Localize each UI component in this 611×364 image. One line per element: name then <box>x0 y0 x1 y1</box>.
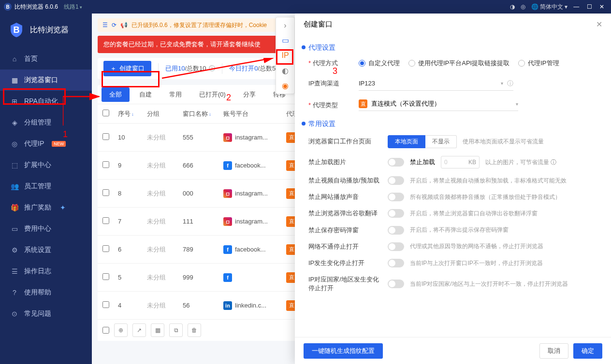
sparkle-icon: ✦ <box>60 204 66 211</box>
row-checkbox[interactable] <box>102 133 109 140</box>
row-checkbox[interactable] <box>102 273 109 280</box>
create-window-button[interactable]: ＋ 创建窗口 <box>103 61 151 76</box>
tab-0[interactable]: 全部 <box>102 87 130 102</box>
help-icon[interactable]: ⓘ <box>507 79 513 88</box>
pin-icon: ◎ <box>11 140 18 148</box>
toggle-icon[interactable]: ◑ <box>510 3 515 10</box>
group-action-icon[interactable]: ▦ <box>151 323 164 337</box>
sidebar-item-4[interactable]: ◎代理IPNEW <box>0 133 92 154</box>
tab-1[interactable]: 自建 <box>131 87 160 102</box>
sort-arrow-icon[interactable]: ↓ <box>209 112 211 117</box>
chevron-right-icon[interactable]: › <box>279 20 291 30</box>
headset-icon[interactable]: ◎ <box>521 3 525 10</box>
card-icon: ▭ <box>11 225 18 233</box>
sidebar-item-9[interactable]: ⚙系统设置 <box>0 239 92 261</box>
toggle[interactable] <box>388 280 404 288</box>
section-common-title: 常用设置 <box>308 120 602 128</box>
row-checkbox[interactable] <box>102 301 109 308</box>
proxy-radio-2[interactable]: 代理IP管理 <box>518 59 559 68</box>
toggle[interactable] <box>388 259 404 267</box>
menu-icon[interactable]: ☰ <box>102 22 108 28</box>
window-quick-icon[interactable]: ▭ <box>279 35 291 45</box>
tab-2[interactable]: 常用 <box>161 87 189 102</box>
brand-text: 比特浏览器 <box>30 25 69 35</box>
faq-icon: ⊙ <box>11 310 18 318</box>
toggle[interactable] <box>388 209 404 218</box>
ip-channel-select[interactable]: IP123 ▾ ⓘ <box>359 76 513 91</box>
sidebar-item-0[interactable]: ⌂首页 <box>0 48 92 70</box>
toggle-quick-icon[interactable]: ◐ <box>279 66 291 76</box>
sidebar-item-11[interactable]: ?使用帮助 <box>0 282 92 303</box>
direct-icon: 直 <box>359 99 367 108</box>
list-icon: ☰ <box>11 267 18 275</box>
line-selector[interactable]: 线路1 <box>64 3 82 11</box>
ig-icon: ◘ <box>223 189 232 198</box>
setting-row-7: IP发生变化停止打开 当前IP与上次打开窗口IP不一致时，停止打开浏览器 <box>308 259 602 267</box>
tab-4[interactable]: 分享 <box>235 87 263 102</box>
sidebar-item-8[interactable]: ▭费用中心 <box>0 218 92 239</box>
proxy-type-select[interactable]: 直 直连模式（不设置代理） ▾ <box>359 99 518 111</box>
sidebar-item-6[interactable]: 👥员工管理 <box>0 176 92 197</box>
refresh-icon[interactable]: ⟳ <box>112 22 116 28</box>
toggle[interactable] <box>388 242 404 251</box>
setting-row-5: 禁止保存密码弹窗 开启后，将不再弹出提示保存密码弹窗 <box>308 226 602 235</box>
copy-action-icon[interactable]: ⧉ <box>169 323 183 337</box>
setting-row-3: 禁止网站播放声音 所有视频或音频都将静音播放（正常播放但处于静音模式） <box>308 193 602 201</box>
li-icon: in <box>223 301 232 310</box>
row-checkbox[interactable] <box>102 245 109 252</box>
fingerprint-icon[interactable]: ◉ <box>279 81 291 91</box>
random-fingerprint-button[interactable]: 一键随机生成指纹配置 <box>304 343 383 359</box>
delete-action-icon[interactable]: 🗑 <box>188 323 201 337</box>
row-checkbox[interactable] <box>102 189 109 196</box>
create-window-drawer: 创建窗口 ✕ 代理设置 *代理方式 自定义代理使用代理IP平台API提取链接提取… <box>295 14 611 364</box>
sidebar-item-7[interactable]: 🎁推广奖励✦ <box>0 197 92 218</box>
drawer-header: 创建窗口 ✕ <box>295 14 611 35</box>
fb-icon: f <box>223 273 232 282</box>
section-proxy-title: 代理设置 <box>308 43 602 52</box>
toggle[interactable] <box>388 226 404 235</box>
toggle[interactable] <box>388 193 404 201</box>
info-icon[interactable]: ⓘ <box>551 159 556 166</box>
toggle[interactable] <box>388 158 404 167</box>
globe-icon[interactable]: 🌐 简体中文 ▾ <box>531 3 568 11</box>
ig-icon: ◘ <box>223 217 232 226</box>
row-checkbox[interactable] <box>102 161 109 168</box>
cancel-button[interactable]: 取消 <box>539 343 568 359</box>
ip-quick-icon[interactable]: IP <box>279 50 291 60</box>
robot-icon: ⊞ <box>11 98 18 105</box>
sidebar-item-10[interactable]: ☰操作日志 <box>0 261 92 282</box>
sidebar-item-1[interactable]: ▦浏览器窗口 <box>0 70 92 91</box>
toggle[interactable] <box>388 176 404 185</box>
export-action-icon[interactable]: ↗ <box>132 323 146 337</box>
radio-icon <box>359 60 365 67</box>
setting-row-2: 禁止视频自动播放/预加载 开启后，将禁止视频自动播放和预加载，非标准格式可能无效 <box>308 176 602 185</box>
gear-icon: ⚙ <box>11 246 18 254</box>
sidebar-item-12[interactable]: ⊙常见问题 <box>0 303 92 324</box>
row-checkbox[interactable] <box>102 217 109 224</box>
app-logo-icon: B <box>4 3 12 11</box>
close-icon[interactable]: ✕ <box>596 20 602 29</box>
browser-action-icon[interactable]: ⊕ <box>114 323 128 337</box>
maximize-button[interactable]: ☐ <box>587 3 592 10</box>
titlebar: B 比特浏览器 6.0.6 线路1 ◑ ◎ 🌐 简体中文 ▾ — ☐ ✕ <box>0 0 611 14</box>
proxy-radio-1[interactable]: 使用代理IP平台API提取链接提取 <box>408 59 509 68</box>
sidebar-item-3[interactable]: ◈分组管理 <box>0 112 92 133</box>
sort-arrow-icon[interactable]: ↓ <box>131 112 134 117</box>
minimize-button[interactable]: — <box>573 3 579 10</box>
close-button[interactable]: ✕ <box>599 3 604 10</box>
kb-input[interactable]: 0KB <box>441 156 480 168</box>
setting-row-8: IP对应国家/地区发生变化停止打开 当前IP对应国家/地区与上一次打开时不一致，… <box>308 275 602 293</box>
info-icon[interactable]: ⓘ <box>209 65 215 72</box>
proxy-radio-0[interactable]: 自定义代理 <box>359 59 400 68</box>
sidebar-item-2[interactable]: ⊞RPA自动化 <box>0 91 92 112</box>
help-icon: ? <box>11 289 18 296</box>
select-all-checkbox[interactable] <box>102 110 109 116</box>
confirm-button[interactable]: 确定 <box>573 343 602 359</box>
tab-3[interactable]: 已打开(0) <box>191 87 233 102</box>
sidebar-item-5[interactable]: ⬚扩展中心 <box>0 154 92 176</box>
ig-icon: ◘ <box>223 133 232 142</box>
seg-opt-0[interactable]: 本地页面 <box>388 135 425 148</box>
seg-opt-1[interactable]: 不显示 <box>425 135 457 148</box>
plus-icon: ＋ <box>110 64 116 73</box>
footer-select-all[interactable] <box>102 327 109 334</box>
